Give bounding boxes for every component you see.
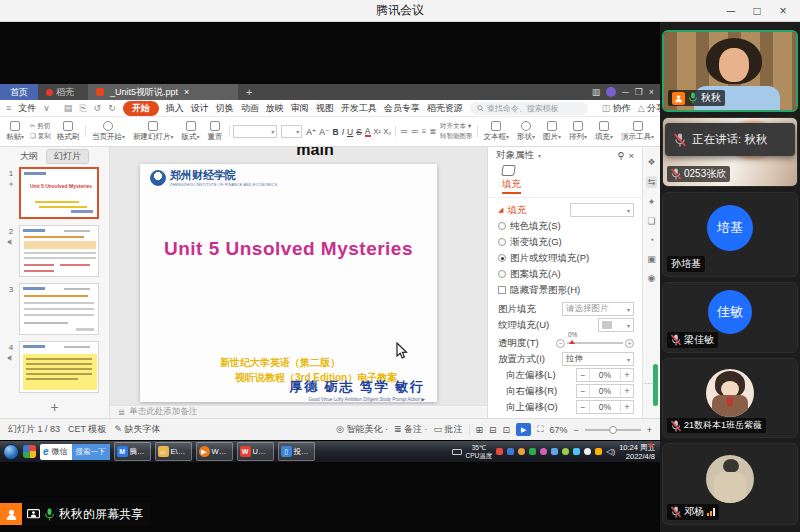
italic-button[interactable]: I (342, 127, 344, 137)
wps-restore-button[interactable]: ❐ (635, 87, 643, 97)
taskbar-search[interactable]: e 微信 搜索一下 (40, 444, 110, 460)
tray-icon[interactable] (584, 448, 591, 455)
reset-button[interactable]: 重置 (206, 121, 225, 142)
participant-tile-dengyang[interactable]: 邓杨 (662, 443, 798, 525)
shapes-button[interactable]: 形状▾ (515, 121, 537, 142)
picture-button[interactable]: 图片▾ (541, 121, 563, 142)
wps-avatar[interactable] (606, 87, 616, 97)
tray-icon[interactable] (562, 448, 569, 455)
panel-close-icon[interactable]: × (628, 150, 634, 161)
play-from-current-button[interactable]: 当页开始▾ (90, 121, 127, 142)
minimize-button[interactable]: ─ (718, 4, 744, 18)
copy-button[interactable]: ❏ 复制 (30, 132, 51, 141)
slide-canvas[interactable]: main 郑州财经学院 ZHENGZHOU INSTITUTE OF FINAN… (110, 147, 487, 405)
fill-tab[interactable]: 填充 (502, 178, 521, 194)
paste-button[interactable]: 粘贴▾ (4, 121, 26, 142)
comments-button[interactable]: ▭ 批注 (433, 423, 462, 436)
ribbon-tab-animation[interactable]: 动画 (241, 102, 259, 115)
participant-tile-sunpeiji[interactable]: 培基 孙培基 (662, 192, 798, 277)
taskbar-app-meeting[interactable]: M腾… (114, 442, 151, 461)
tray-icon[interactable] (540, 448, 547, 455)
maximize-button[interactable]: □ (744, 4, 770, 18)
ribbon-tab-slideshow[interactable]: 放映 (266, 102, 284, 115)
section-collapse-icon[interactable]: ◢ (498, 206, 503, 214)
bullet-list-button[interactable]: ≔ (400, 127, 408, 136)
tray-icon[interactable] (573, 448, 580, 455)
slide-thumb-2[interactable]: 2 (0, 223, 109, 281)
align-text-button[interactable]: 对齐文本 ▾ (440, 122, 473, 131)
minus-icon[interactable]: − (556, 339, 565, 348)
tray-icon[interactable] (507, 448, 514, 455)
solid-fill-option[interactable]: 纯色填充(S) (498, 218, 634, 234)
slide-thumb-4[interactable]: 4 (0, 339, 109, 397)
arrange-button[interactable]: 排列▾ (567, 121, 589, 142)
zoom-in-button[interactable]: + (647, 425, 652, 435)
template-name[interactable]: CET 模板 (68, 423, 106, 436)
ribbon-tab-home[interactable]: 开始 (123, 101, 159, 116)
media-icon[interactable]: ▣ (647, 254, 656, 264)
notes-button[interactable]: ≣ 备注 · (394, 423, 428, 436)
zoom-slider[interactable] (585, 429, 641, 431)
search-go-button[interactable]: 搜索一下 (72, 444, 110, 460)
strike-button[interactable]: S (356, 127, 362, 137)
ribbon-tab-member[interactable]: 会员专享 (384, 102, 420, 115)
offset-right-stepper[interactable]: −0%+ (576, 384, 634, 398)
file-menu[interactable]: 文件 (18, 102, 36, 115)
wps-minimize-button[interactable]: ─ (622, 87, 628, 97)
font-family-combo[interactable]: ▾ (233, 125, 277, 138)
slide-thumb-1[interactable]: 1✦ Unit 5 Unsolved Mysteries (0, 165, 109, 223)
tab-slides[interactable]: 幻灯片 (46, 149, 89, 164)
tray-icon[interactable] (529, 448, 536, 455)
history-icon[interactable]: ◔ (649, 235, 654, 245)
offset-left-stepper[interactable]: −0%+ (576, 368, 634, 382)
align-center-button[interactable]: ≣ (429, 127, 436, 136)
tray-icon[interactable] (551, 448, 558, 455)
bold-button[interactable]: B (333, 127, 339, 137)
fill-button[interactable]: 填充▾ (593, 121, 615, 142)
present-tools-button[interactable]: 演示工具▾ (619, 121, 656, 142)
number-list-button[interactable]: ≕ (411, 127, 419, 136)
undo-icon[interactable]: ↺ (94, 103, 102, 113)
font-larger-button[interactable]: A⁺ (306, 127, 316, 137)
participant-tile-liangjiamin[interactable]: 佳敏 梁佳敏 (662, 282, 798, 353)
more-dots-icon[interactable]: ⋯ (644, 379, 652, 388)
tray-icon[interactable] (496, 448, 503, 455)
taskbar-app-player[interactable]: ▶W… (196, 442, 233, 461)
missing-font-warning[interactable]: ✎ 缺失字体 (114, 423, 160, 436)
slide-subtitle-1[interactable]: 新世纪大学英语（第二版） (220, 356, 340, 370)
battery-icon[interactable] (452, 449, 462, 455)
tray-icon[interactable] (518, 448, 525, 455)
ribbon-tab-view[interactable]: 视图 (316, 102, 334, 115)
start-button[interactable] (3, 444, 19, 460)
share-button[interactable]: △ 分享 (638, 102, 660, 115)
ribbon-tab-devtools[interactable]: 开发工具 (341, 102, 377, 115)
participant-tile-qiuqiu[interactable]: 秋秋 (662, 30, 798, 112)
texture-combo[interactable]: ▾ (598, 318, 634, 332)
wps-home-tab[interactable]: 首页 (0, 84, 38, 100)
ribbon-tab-design[interactable]: 设计 (191, 102, 209, 115)
fit-icon[interactable]: ⛶ (537, 424, 543, 435)
wps-document-tab[interactable]: _Unit5视听说.ppt× (88, 84, 238, 100)
notes-bar[interactable]: ≣ 单击此处添加备注 (110, 405, 487, 418)
print-icon[interactable]: ⎘ (79, 103, 86, 114)
view-normal-icon[interactable]: ⊞ (476, 425, 484, 435)
pattern-fill-option[interactable]: 图案填充(A) (498, 266, 634, 282)
gradient-fill-option[interactable]: 渐变填充(G) (498, 234, 634, 250)
align-left-button[interactable]: ≡ (422, 127, 427, 136)
ribbon-tab-transition[interactable]: 切换 (216, 102, 234, 115)
hide-bg-checkbox[interactable]: 隐藏背景图形(H) (498, 282, 634, 298)
placement-combo[interactable]: 拉伸▾ (562, 352, 634, 366)
offslide-text[interactable]: main (255, 147, 375, 159)
id-card-icon[interactable]: ▥ (592, 87, 601, 97)
picture-select-combo[interactable]: 请选择图片▾ (562, 302, 634, 316)
zoom-level[interactable]: 67% (549, 425, 567, 435)
hamburger-icon[interactable]: ≡ (6, 103, 11, 113)
scrollbar[interactable] (653, 364, 658, 406)
ribbon-tab-review[interactable]: 审阅 (291, 102, 309, 115)
smartart-button[interactable]: 转智能图形 (440, 132, 473, 141)
pc-manager-icon[interactable] (23, 445, 36, 458)
wps-docer-tab[interactable]: 稻壳 (38, 84, 82, 100)
taskbar-app-cast[interactable]: ▯投… (278, 442, 315, 461)
command-search-box[interactable]: 查找命令、搜索模板 (470, 102, 588, 115)
superscript-button[interactable]: X² (374, 128, 381, 135)
